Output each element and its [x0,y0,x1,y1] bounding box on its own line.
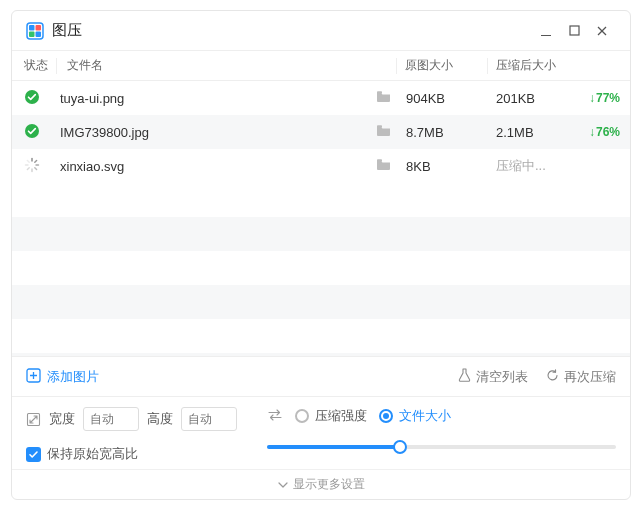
svg-line-20 [27,160,29,162]
status-loading-icon [24,157,40,173]
swap-icon [267,408,283,425]
svg-line-14 [35,160,37,162]
status-done-icon [24,89,40,105]
slider-thumb-icon [393,440,407,454]
svg-rect-10 [377,91,382,94]
refresh-icon [546,369,559,385]
height-label: 高度 [147,410,173,428]
col-header-name: 文件名 [57,57,366,74]
mode-strength-label: 压缩强度 [315,407,367,425]
app-icon [26,22,44,40]
radio-selected-icon [379,409,393,423]
chevron-down-icon [278,478,288,492]
keep-aspect-label: 保持原始宽高比 [47,445,138,463]
mode-filesize-radio[interactable]: 文件大小 [379,407,451,425]
reduction-pct: ↓76% [578,125,630,139]
show-more-label: 显示更多设置 [293,476,365,493]
status-done-icon [24,123,40,139]
settings-panel: 宽度 高度 保持原始宽高比 压缩强度 [12,396,630,469]
app-title: 图压 [52,21,82,40]
svg-rect-2 [36,25,42,31]
dimensions-icon [26,412,41,427]
svg-rect-3 [29,31,35,37]
table-header: 状态 文件名 原图大小 压缩后大小 [12,51,630,81]
svg-rect-4 [36,31,42,37]
show-more-settings-button[interactable]: 显示更多设置 [12,469,630,499]
table-row[interactable]: tuya-ui.png 904KB 201KB ↓77% [12,81,630,115]
compressed-size: 压缩中... [488,157,578,175]
minimize-button[interactable] [532,17,560,45]
checkbox-checked-icon [26,447,41,462]
svg-rect-6 [570,26,579,35]
compressed-size: 201KB [488,91,578,106]
original-size: 8.7MB [398,125,488,140]
mode-filesize-label: 文件大小 [399,407,451,425]
maximize-button[interactable] [560,17,588,45]
close-button[interactable] [588,17,616,45]
svg-line-18 [27,167,29,169]
original-size: 904KB [398,91,488,106]
svg-rect-12 [377,125,382,128]
recompress-label: 再次压缩 [564,368,616,386]
col-header-compressed: 压缩后大小 [488,57,578,74]
radio-unselected-icon [295,409,309,423]
empty-rows-area [12,183,630,356]
compressed-size: 2.1MB [488,125,578,140]
original-size: 8KB [398,159,488,174]
file-name: tuya-ui.png [56,91,368,106]
open-folder-icon[interactable] [376,159,391,174]
add-image-label: 添加图片 [47,368,99,386]
plus-box-icon [26,368,41,386]
open-folder-icon[interactable] [376,125,391,140]
clear-list-button[interactable]: 清空列表 [458,368,528,386]
svg-rect-1 [29,25,35,31]
col-header-status: 状态 [12,57,56,74]
titlebar: 图压 [12,11,630,51]
app-window: 图压 状态 文件名 原图大小 压缩后大小 tuya-ui [11,10,631,500]
file-name: IMG739800.jpg [56,125,368,140]
file-list: tuya-ui.png 904KB 201KB ↓77% IMG739800.j… [12,81,630,183]
file-name: xinxiao.svg [56,159,368,174]
keep-aspect-checkbox[interactable]: 保持原始宽高比 [26,445,237,463]
col-header-original: 原图大小 [397,57,487,74]
reduction-pct: ↓77% [578,91,630,105]
clear-list-label: 清空列表 [476,368,528,386]
flask-icon [458,368,471,385]
add-image-button[interactable]: 添加图片 [26,368,99,386]
table-row[interactable]: xinxiao.svg 8KB 压缩中... [12,149,630,183]
mode-strength-radio[interactable]: 压缩强度 [295,407,367,425]
height-input[interactable] [181,407,237,431]
open-folder-icon[interactable] [376,91,391,106]
recompress-button[interactable]: 再次压缩 [546,368,616,386]
actionbar: 添加图片 清空列表 再次压缩 [12,356,630,396]
svg-rect-21 [377,159,382,162]
table-row[interactable]: IMG739800.jpg 8.7MB 2.1MB ↓76% [12,115,630,149]
svg-line-16 [35,167,37,169]
width-label: 宽度 [49,410,75,428]
target-size-slider[interactable] [267,439,616,455]
width-input[interactable] [83,407,139,431]
